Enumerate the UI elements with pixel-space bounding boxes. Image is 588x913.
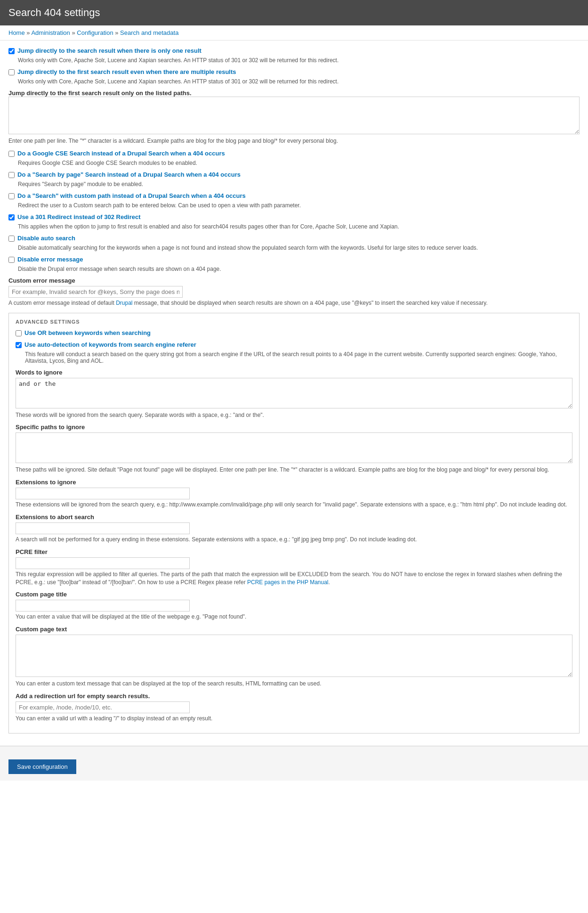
breadcrumb: Home » Administration » Configuration » … [0, 25, 588, 41]
jump-one-result-desc: Works only with Core, Apache Solr, Lucen… [18, 57, 580, 64]
google-cse-checkbox[interactable] [8, 151, 15, 157]
jump-one-result-label[interactable]: Jump directly to the search result when … [17, 47, 201, 54]
custom-path-desc: Redirect the user to a Custom search pat… [18, 202, 580, 209]
breadcrumb-admin[interactable]: Administration [31, 29, 70, 36]
ext-ignore-desc: These extensions will be ignored from th… [16, 501, 572, 509]
ext-ignore-input[interactable]: htm html php [16, 488, 190, 499]
disable-error-message-checkbox[interactable] [8, 257, 15, 263]
custom-error-desc: A custom error message instead of defaul… [8, 299, 580, 307]
save-button[interactable]: Save configuration [8, 759, 76, 774]
custom-page-text-desc: You can enter a custom text message that… [16, 680, 572, 688]
custom-path-label[interactable]: Do a "Search" with custom path instead o… [17, 192, 246, 199]
pcre-filter-desc: This regular expression will be applied … [16, 571, 572, 587]
redirect-301-checkbox[interactable] [8, 214, 15, 220]
disable-auto-search-label[interactable]: Disable auto search [17, 235, 75, 242]
breadcrumb-search[interactable]: Search and metadata [120, 29, 178, 36]
words-ignore-label: Words to ignore [16, 369, 572, 376]
search-by-page-desc: Requires "Search by page" module to be e… [18, 181, 580, 187]
auto-detect-desc: This feature will conduct a search based… [25, 351, 572, 364]
auto-detect-checkbox[interactable] [16, 342, 22, 348]
redirect-301-desc: This applies when the option to jump to … [18, 223, 580, 230]
words-ignore-textarea[interactable]: and or the [16, 378, 572, 408]
advanced-settings-box: ADVANCED SETTINGS Use OR between keyword… [8, 313, 580, 734]
jump-multiple-desc: Works only with Core, Apache Solr, Lucen… [18, 78, 580, 85]
bottom-bar: Save configuration [0, 746, 588, 781]
page-header: Search 404 settings [0, 0, 588, 25]
ext-abort-desc: A search will not be performed for a que… [16, 536, 572, 544]
search-by-page-label[interactable]: Do a "Search by page" Search instead of … [17, 171, 241, 178]
listed-paths-textarea[interactable] [8, 97, 580, 134]
words-ignore-desc: These words will be ignored from the sea… [16, 411, 572, 419]
advanced-settings-title: ADVANCED SETTINGS [16, 319, 572, 325]
pcre-filter-label: PCRE filter [16, 548, 572, 555]
disable-auto-search-checkbox[interactable] [8, 236, 15, 242]
auto-detect-label[interactable]: Use auto-detection of keywords from sear… [24, 341, 196, 348]
search-by-page-checkbox[interactable] [8, 172, 15, 178]
jump-multiple-label[interactable]: Jump directly to the first search result… [17, 68, 236, 75]
breadcrumb-home[interactable]: Home [8, 29, 25, 36]
custom-path-checkbox[interactable] [8, 193, 15, 199]
redirect-301-label[interactable]: Use a 301 Redirect instead of 302 Redire… [17, 213, 141, 220]
jump-multiple-checkbox[interactable] [8, 69, 15, 75]
custom-page-title-input[interactable]: Page not found [16, 600, 190, 611]
jump-listed-paths-label: Jump directly to the first search result… [8, 90, 580, 97]
ext-ignore-label: Extensions to ignore [16, 479, 572, 486]
specific-paths-desc: These paths will be ignored. Site defaul… [16, 466, 572, 474]
custom-page-title-desc: You can enter a value that will be displ… [16, 613, 572, 621]
listed-paths-desc: Enter one path per line. The "*" charact… [8, 137, 580, 145]
specific-paths-label: Specific paths to ignore [16, 424, 572, 431]
specific-paths-textarea[interactable] [16, 432, 572, 463]
page-title: Search 404 settings [8, 7, 580, 19]
breadcrumb-config[interactable]: Configuration [77, 29, 113, 36]
custom-error-label: Custom error message [8, 277, 580, 284]
custom-page-text-textarea[interactable] [16, 635, 572, 677]
ext-abort-input[interactable]: gif jpg jpeg bmp png [16, 522, 190, 534]
google-cse-desc: Requires Google CSE and Google CSE Searc… [18, 160, 580, 166]
redirect-url-input[interactable] [16, 701, 190, 713]
ext-abort-label: Extensions to abort search [16, 514, 572, 521]
disable-auto-search-desc: Disable automatically searching for the … [18, 245, 580, 251]
custom-error-input[interactable] [8, 286, 183, 298]
pcre-link[interactable]: PCRE pages in the PHP Manual [247, 579, 329, 586]
google-cse-label[interactable]: Do a Google CSE Search instead of a Drup… [17, 150, 225, 157]
disable-error-message-label[interactable]: Disable error message [17, 256, 83, 263]
custom-page-title-label: Custom page title [16, 591, 572, 598]
redirect-url-desc: You can enter a valid url with a leading… [16, 715, 572, 723]
pcre-filter-input[interactable] [16, 557, 190, 569]
drupal-link[interactable]: Drupal [116, 300, 132, 306]
use-or-label[interactable]: Use OR between keywords when searching [24, 329, 151, 336]
disable-error-message-desc: Disable the Drupal error message when se… [18, 266, 580, 272]
jump-one-result-checkbox[interactable] [8, 48, 15, 54]
custom-page-text-label: Custom page text [16, 626, 572, 633]
use-or-checkbox[interactable] [16, 330, 22, 336]
redirect-url-label: Add a redirection url for empty search r… [16, 693, 572, 700]
